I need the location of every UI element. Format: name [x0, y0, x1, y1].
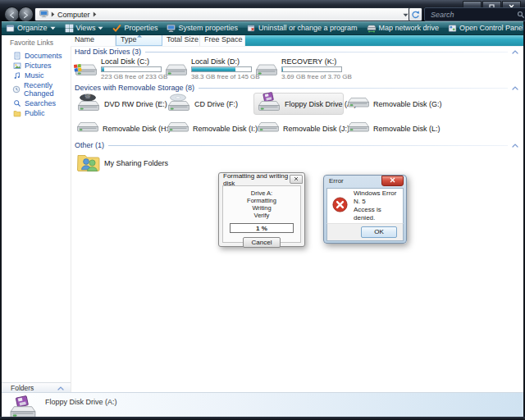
sidebar-item-music[interactable]: Music — [2, 71, 71, 80]
column-header-type[interactable]: Type — [116, 34, 162, 46]
sidebar-item-label: Music — [25, 71, 44, 80]
open-control-panel-button[interactable]: Open Control Panel — [448, 24, 524, 33]
group-rule — [108, 145, 508, 146]
sidebar-item-pictures[interactable]: Pictures — [2, 61, 71, 71]
drive-label: RECOVERY (K:) — [281, 57, 352, 66]
collapse-chevron-icon[interactable] — [512, 144, 518, 148]
drive-tile-cd-drive-f[interactable]: CD Drive (F:) — [163, 93, 253, 115]
format-dialog-close-button[interactable] — [290, 175, 303, 184]
format-progress-value: 1 % — [230, 223, 294, 233]
group-devices-with-removable-storage-8: Devices with Removable Storage (8)DVDDVD… — [71, 82, 523, 139]
properties-button[interactable]: Properties — [112, 24, 158, 33]
format-dialog-titlebar[interactable]: Formatting and writing disk — [219, 173, 304, 185]
drive-label: DVD RW Drive (E:) — [104, 100, 167, 108]
error-dialog-title: Error — [329, 177, 344, 185]
system-properties-button[interactable]: System properties — [167, 24, 238, 33]
drive-tile-floppy-disk-drive-a[interactable]: Floppy Disk Drive (A:) — [253, 93, 344, 115]
removable-disk-icon — [257, 120, 280, 137]
group-header[interactable]: Hard Disk Drives (3) — [71, 46, 523, 57]
map-network-drive-label: Map network drive — [379, 24, 440, 32]
folders-label: Folders — [11, 384, 34, 392]
properties-check-icon — [112, 24, 121, 33]
sidebar-item-documents[interactable]: Documents — [2, 51, 71, 61]
format-dialog: Formatting and writing disk Drive A: For… — [218, 172, 305, 247]
breadcrumb-arrow-icon — [51, 11, 55, 19]
close-icon — [390, 177, 395, 185]
format-dialog-body: Drive A: Formatting Writing Verify 1 % C… — [222, 185, 301, 243]
cancel-button[interactable]: Cancel — [243, 237, 281, 248]
drive-free-space-text: 3.69 GB free of 3.70 GB — [281, 73, 352, 80]
group-tiles: DVDDVD RW Drive (E:)CD Drive (F:)Floppy … — [71, 93, 523, 139]
ok-button[interactable]: OK — [361, 226, 397, 238]
views-button[interactable]: Views — [65, 24, 104, 33]
hdd-windows-icon — [74, 57, 98, 82]
drive-label: Removable Disk (L:) — [373, 125, 441, 133]
search-icon — [517, 7, 525, 22]
group-header[interactable]: Other (1) — [71, 139, 523, 150]
column-header-free-space[interactable]: Free Space — [200, 34, 245, 46]
drive-label: Removable Disk (I:) — [193, 125, 258, 133]
drive-tile-removable-disk-h[interactable]: Removable Disk (H:) — [73, 117, 163, 139]
capacity-bar-used — [102, 67, 104, 71]
window-chrome: Computer — [0, 0, 525, 21]
refresh-icon — [411, 7, 420, 22]
error-dialog-close-button[interactable] — [381, 176, 404, 186]
group-tiles: Local Disk (C:)223 GB free of 233 GBLoca… — [71, 57, 523, 82]
collapse-chevron-icon[interactable] — [512, 50, 518, 54]
breadcrumb-arrow-icon — [93, 11, 97, 19]
uninstall-button[interactable]: Uninstall or change a program — [247, 24, 358, 33]
format-drive-line: Drive A: — [223, 189, 300, 197]
column-header-row: Name Type Total Size Free Space — [71, 34, 523, 47]
drive-tile-my-sharing-folders[interactable]: My Sharing Folders — [73, 150, 204, 176]
dvd-drive-icon: DVD — [76, 92, 101, 116]
drive-tile-removable-disk-l[interactable]: Removable Disk (L:) — [344, 117, 434, 139]
drive-groups: Hard Disk Drives (3)Local Disk (C:)223 G… — [71, 46, 523, 176]
drive-tile-recovery-k[interactable]: RECOVERY (K:)3.69 GB free of 3.70 GB — [253, 57, 344, 82]
back-icon — [8, 7, 16, 22]
sidebar-item-searches[interactable]: Searches — [2, 98, 71, 108]
group-header[interactable]: Devices with Removable Storage (8) — [71, 82, 523, 93]
drive-info: Local Disk (C:)223 GB free of 233 GB — [101, 57, 167, 82]
drive-label: CD Drive (F:) — [194, 100, 238, 108]
breadcrumb[interactable]: Computer — [57, 11, 90, 19]
organize-button[interactable]: Organize — [6, 24, 56, 33]
drive-tile-removable-disk-g[interactable]: Removable Disk (G:) — [344, 93, 434, 115]
group-title: Other (1) — [75, 141, 104, 149]
sidebar-item-public[interactable]: Public — [2, 108, 71, 118]
selected-item-label: Floppy Disk Drive (A:) — [45, 395, 117, 406]
drive-tile-removable-disk-j[interactable]: Removable Disk (J:) — [253, 117, 344, 139]
drive-info: RECOVERY (K:)3.69 GB free of 3.70 GB — [281, 57, 352, 82]
column-header-total-size[interactable]: Total Size — [162, 34, 200, 46]
format-step-formatting: Formatting — [223, 197, 300, 204]
system-properties-label: System properties — [178, 24, 238, 32]
drive-tile-dvd-rw-drive-e[interactable]: DVDDVD RW Drive (E:) — [73, 93, 163, 115]
column-header-name[interactable]: Name — [71, 34, 116, 46]
sidebar-item-recently-changed[interactable]: Recently Changed — [2, 80, 71, 98]
address-bar[interactable]: Computer — [34, 7, 413, 21]
error-dialog-titlebar[interactable]: Error — [326, 177, 404, 188]
hdd-icon — [164, 57, 189, 82]
error-message-line2: Access is denied. — [354, 206, 398, 222]
capacity-bar — [101, 66, 162, 72]
map-network-drive-button[interactable]: Map network drive — [367, 24, 440, 33]
drive-label: Removable Disk (G:) — [373, 100, 442, 108]
close-icon — [294, 176, 299, 183]
search-input[interactable] — [429, 10, 514, 20]
computer-icon — [39, 10, 48, 20]
group-title: Hard Disk Drives (3) — [75, 48, 141, 56]
forward-button[interactable] — [18, 7, 34, 22]
organize-label: Organize — [17, 24, 48, 32]
collapse-chevron-icon[interactable] — [512, 86, 518, 90]
error-message: Windows Error N. 5 Access is denied. — [354, 189, 398, 222]
refresh-button[interactable] — [409, 7, 422, 21]
drive-label: Removable Disk (H:) — [103, 125, 171, 133]
drive-tile-local-disk-d[interactable]: Local Disk (D:)38.3 GB free of 145 GB — [163, 57, 253, 82]
group-rule — [199, 88, 508, 89]
drive-tile-removable-disk-i[interactable]: Removable Disk (I:) — [163, 117, 253, 139]
drive-tile-local-disk-c[interactable]: Local Disk (C:)223 GB free of 233 GB — [73, 57, 163, 82]
folders-expander[interactable]: Folders — [2, 382, 71, 392]
search-box[interactable] — [424, 7, 525, 21]
music-icon — [12, 71, 21, 80]
chevron-up-icon — [57, 384, 64, 392]
address-dropdown-icon[interactable] — [403, 11, 409, 19]
